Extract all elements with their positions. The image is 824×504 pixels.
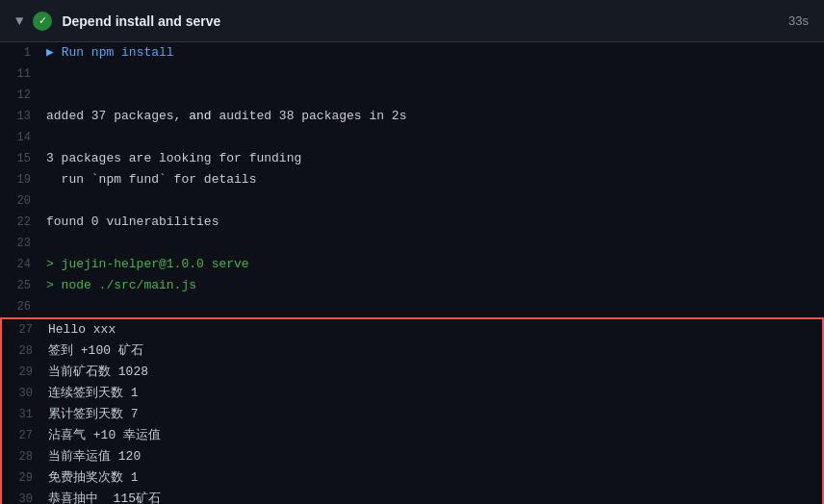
line-content: > node ./src/main.js bbox=[46, 276, 809, 295]
line-number: 22 bbox=[0, 213, 46, 232]
line-content: 当前矿石数 1028 bbox=[48, 363, 822, 382]
header-left: ▼ ✓ Depend install and serve bbox=[15, 12, 220, 31]
log-line: 28 签到 +100 矿石 bbox=[2, 340, 822, 362]
log-line: 25 > node ./src/main.js bbox=[0, 275, 824, 296]
log-line: 14 bbox=[0, 127, 824, 148]
line-content: found 0 vulnerabilities bbox=[46, 213, 809, 232]
log-container[interactable]: 1 ▶ Run npm install 11 12 13 added 37 pa… bbox=[0, 42, 824, 504]
line-number: 11 bbox=[0, 64, 46, 84]
line-content: 当前幸运值 120 bbox=[48, 447, 822, 466]
line-content: 连续签到天数 1 bbox=[48, 384, 822, 403]
success-icon: ✓ bbox=[33, 12, 52, 31]
log-line: 29 免费抽奖次数 1 bbox=[2, 467, 822, 489]
job-header: ▼ ✓ Depend install and serve 33s bbox=[0, 0, 824, 42]
log-line: 1 ▶ Run npm install bbox=[0, 42, 824, 63]
line-number: 13 bbox=[0, 107, 46, 126]
job-duration: 33s bbox=[788, 13, 809, 28]
log-line: 20 bbox=[0, 190, 824, 212]
log-line: 30 恭喜抽中 115矿石 bbox=[2, 489, 822, 504]
log-line: 30 连续签到天数 1 bbox=[2, 383, 822, 404]
log-line: 11 bbox=[0, 63, 824, 85]
line-number: 29 bbox=[2, 468, 48, 488]
line-content: ▶ Run npm install bbox=[46, 43, 809, 63]
log-line: 15 3 packages are looking for funding bbox=[0, 148, 824, 169]
line-number: 26 bbox=[0, 297, 46, 316]
line-number: 25 bbox=[0, 276, 46, 295]
line-number: 29 bbox=[2, 363, 48, 382]
log-line: 29 当前矿石数 1028 bbox=[2, 362, 822, 383]
highlighted-output-block: 27 Hello xxx 28 签到 +100 矿石 29 当前矿石数 1028… bbox=[0, 317, 824, 504]
line-number: 24 bbox=[0, 255, 46, 274]
line-content: 沾喜气 +10 幸运值 bbox=[48, 426, 822, 445]
log-line: 31 累计签到天数 7 bbox=[2, 404, 822, 425]
log-line: 28 当前幸运值 120 bbox=[2, 446, 822, 467]
line-number: 27 bbox=[2, 426, 48, 445]
log-line: 13 added 37 packages, and audited 38 pac… bbox=[0, 106, 824, 127]
line-number: 19 bbox=[0, 170, 46, 189]
line-number: 27 bbox=[2, 320, 48, 340]
line-number: 12 bbox=[0, 86, 46, 105]
line-content: 3 packages are looking for funding bbox=[46, 149, 809, 168]
line-number: 1 bbox=[0, 43, 46, 63]
line-number: 23 bbox=[0, 234, 46, 253]
app-container: ▼ ✓ Depend install and serve 33s 1 ▶ Run… bbox=[0, 0, 824, 504]
line-number: 30 bbox=[2, 490, 48, 504]
line-content: > juejin-helper@1.0.0 serve bbox=[46, 255, 809, 274]
log-line: 24 > juejin-helper@1.0.0 serve bbox=[0, 254, 824, 275]
line-number: 20 bbox=[0, 191, 46, 211]
log-line: 26 bbox=[0, 296, 824, 317]
line-number: 14 bbox=[0, 128, 46, 147]
line-number: 15 bbox=[0, 149, 46, 168]
line-content: run `npm fund` for details bbox=[46, 170, 809, 189]
chevron-down-icon[interactable]: ▼ bbox=[15, 13, 23, 29]
line-number: 31 bbox=[2, 405, 48, 424]
job-title: Depend install and serve bbox=[62, 13, 220, 29]
line-content: added 37 packages, and audited 38 packag… bbox=[46, 107, 809, 126]
line-number: 28 bbox=[2, 341, 48, 361]
log-line: 27 沾喜气 +10 幸运值 bbox=[2, 425, 822, 446]
log-line: 22 found 0 vulnerabilities bbox=[0, 212, 824, 233]
log-line: 27 Hello xxx bbox=[2, 319, 822, 340]
line-content: 累计签到天数 7 bbox=[48, 405, 822, 424]
line-content: Hello xxx bbox=[48, 320, 822, 340]
line-content: 恭喜抽中 115矿石 bbox=[48, 490, 822, 504]
line-number: 28 bbox=[2, 447, 48, 466]
log-line: 12 bbox=[0, 85, 824, 106]
log-line: 23 bbox=[0, 233, 824, 254]
line-number: 30 bbox=[2, 384, 48, 403]
line-content: 免费抽奖次数 1 bbox=[48, 468, 822, 488]
log-line: 19 run `npm fund` for details bbox=[0, 169, 824, 190]
line-content: 签到 +100 矿石 bbox=[48, 341, 822, 361]
